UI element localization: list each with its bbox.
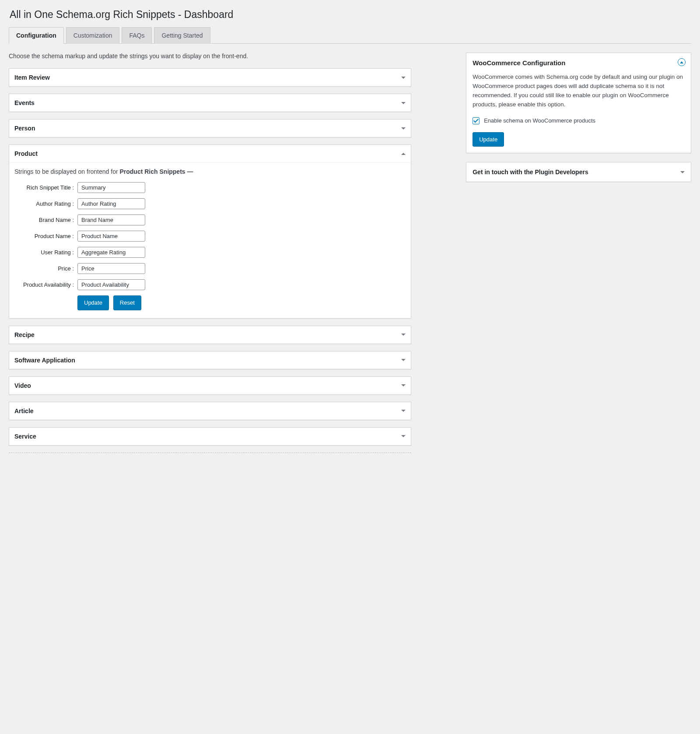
accordion-product-header[interactable]: Product: [9, 145, 411, 162]
product-update-button[interactable]: Update: [77, 295, 109, 310]
chevron-down-icon: [401, 359, 406, 361]
accordion-title: Recipe: [14, 331, 35, 338]
chevron-down-icon: [401, 127, 406, 130]
accordion-title: Service: [14, 433, 36, 440]
product-panel-description: Strings to be displayed on frontend for …: [14, 168, 406, 175]
chevron-down-icon: [401, 410, 406, 412]
label-rich-snippet-title: Rich Snippet Title :: [14, 179, 76, 196]
accordion-title: Article: [14, 407, 34, 414]
chevron-down-icon: [401, 435, 406, 437]
collapse-toggle-icon[interactable]: [678, 58, 686, 66]
accordion-title: Product: [14, 150, 38, 157]
input-brand-name[interactable]: [77, 214, 145, 225]
contact-developers-title: Get in touch with the Plugin Developers: [472, 169, 588, 176]
label-author-rating: Author Rating :: [14, 196, 76, 212]
label-user-rating: User Rating :: [14, 244, 76, 260]
label-product-availability: Product Availability :: [14, 277, 76, 293]
intro-text: Choose the schema markup and update the …: [9, 53, 411, 60]
tab-configuration[interactable]: Configuration: [9, 27, 64, 44]
accordion-title: Video: [14, 382, 31, 389]
input-product-availability[interactable]: [77, 279, 145, 290]
accordion-video[interactable]: Video: [9, 376, 411, 395]
accordion-software-application[interactable]: Software Application: [9, 351, 411, 369]
label-product-name: Product Name :: [14, 228, 76, 244]
nav-tabs: Configuration Customization FAQs Getting…: [9, 27, 691, 44]
accordion-item-review[interactable]: Item Review: [9, 68, 411, 87]
accordion-events[interactable]: Events: [9, 94, 411, 112]
input-product-name[interactable]: [77, 231, 145, 242]
page-title: All in One Schema.org Rich Snippets - Da…: [10, 9, 691, 21]
chevron-down-icon: [401, 102, 406, 104]
accordion-title: Software Application: [14, 357, 75, 364]
woo-config-title: WooCommerce Configuration: [472, 59, 685, 67]
input-author-rating[interactable]: [77, 198, 145, 209]
divider: [9, 453, 411, 453]
tab-customization[interactable]: Customization: [66, 27, 120, 44]
input-user-rating[interactable]: [77, 247, 145, 258]
accordion-title: Events: [14, 99, 35, 106]
tab-faqs[interactable]: FAQs: [122, 27, 152, 44]
woo-update-button[interactable]: Update: [472, 132, 504, 147]
accordion-article[interactable]: Article: [9, 402, 411, 420]
product-panel-body: Strings to be displayed on frontend for …: [9, 162, 411, 318]
woo-enable-checkbox[interactable]: [472, 117, 480, 124]
chevron-down-icon: [401, 384, 406, 386]
contact-developers-box[interactable]: Get in touch with the Plugin Developers: [466, 162, 691, 182]
accordion-service[interactable]: Service: [9, 427, 411, 446]
woocommerce-config-box: WooCommerce Configuration WooCommerce co…: [466, 53, 691, 153]
woo-enable-label: Enable schema on WooCommerce products: [484, 117, 595, 124]
accordion-person[interactable]: Person: [9, 119, 411, 137]
input-price[interactable]: [77, 263, 145, 274]
chevron-up-icon: [401, 153, 406, 155]
label-brand-name: Brand Name :: [14, 212, 76, 228]
tab-getting-started[interactable]: Getting Started: [154, 27, 210, 44]
chevron-down-icon: [680, 171, 685, 173]
accordion-recipe[interactable]: Recipe: [9, 326, 411, 344]
input-rich-snippet-title[interactable]: [77, 182, 145, 193]
chevron-down-icon: [401, 77, 406, 79]
chevron-down-icon: [401, 334, 406, 336]
accordion-product: Product Strings to be displayed on front…: [9, 144, 411, 319]
accordion-title: Item Review: [14, 74, 50, 81]
woo-config-body: WooCommerce comes with Schema.org code b…: [472, 73, 685, 109]
accordion-title: Person: [14, 125, 35, 132]
label-price: Price :: [14, 260, 76, 277]
product-reset-button[interactable]: Reset: [113, 295, 141, 310]
